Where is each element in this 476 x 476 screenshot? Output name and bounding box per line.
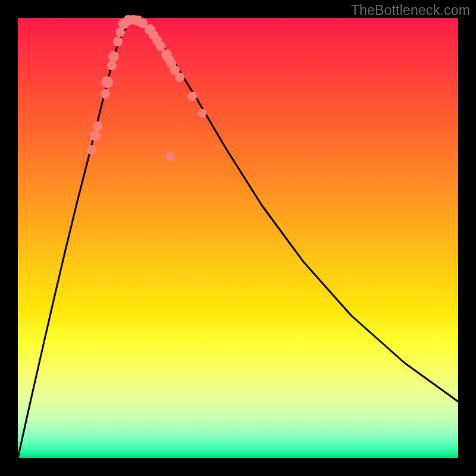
data-marker [101,89,110,99]
data-marker [90,130,101,141]
plot-area [18,18,458,458]
data-marker [198,109,206,117]
data-marker [156,42,165,51]
data-marker [187,92,197,101]
data-marker [165,152,175,161]
bottleneck-chart-svg [18,18,458,458]
chart-frame: TheBottleneck.com [0,0,476,476]
data-markers [87,15,206,161]
data-marker [93,121,102,131]
data-marker [87,145,96,155]
data-marker [107,61,117,70]
watermark-text: TheBottleneck.com [351,2,470,18]
data-marker [113,37,123,46]
data-marker [175,73,184,82]
data-marker [101,76,113,88]
data-marker [108,51,119,62]
bottleneck-curve [18,20,458,458]
